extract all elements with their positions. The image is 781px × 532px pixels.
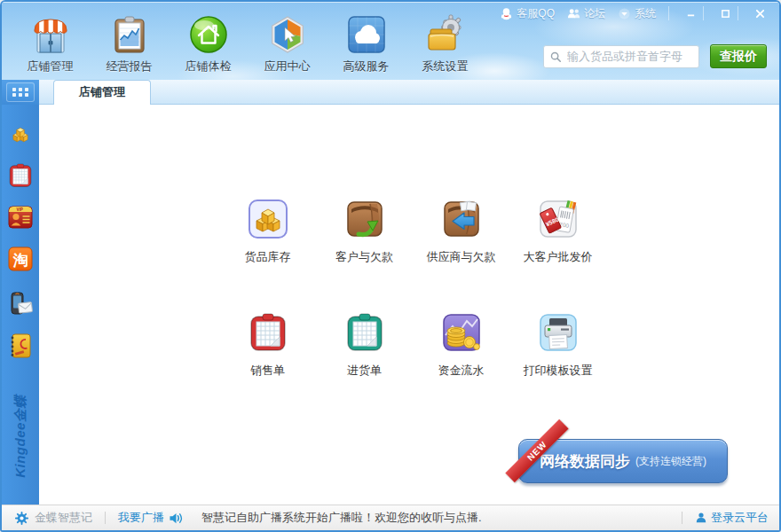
shortcut-print-template[interactable]: 打印模板设置 <box>509 311 606 379</box>
toolbar-label: 系统设置 <box>422 59 469 74</box>
maximize-icon <box>721 9 730 19</box>
inventory-cubes-icon[interactable] <box>7 121 34 147</box>
shortcut-stock[interactable]: 货品库存 <box>219 198 316 265</box>
titlebar-divider <box>668 6 669 20</box>
maximize-button[interactable] <box>713 5 738 21</box>
body: Kingdee金蝶 货品库存 客户与欠款 供应商与欠款 大客户批发价 <box>2 105 779 505</box>
shortcut-label: 打印模板设置 <box>524 363 593 379</box>
shortcut-label: 客户与欠款 <box>335 249 393 265</box>
system-settings-icon <box>424 13 467 56</box>
sales-doc-icon[interactable] <box>7 162 34 189</box>
statusbar-brand: 金蝶智慧记 <box>35 510 92 526</box>
qq-support-button[interactable]: 客服QQ <box>500 6 555 21</box>
vip-card-icon[interactable] <box>7 204 34 231</box>
shortcut-purchase-order[interactable]: 进货单 <box>316 311 413 379</box>
tab-bar: 店铺管理 <box>2 80 779 105</box>
statusbar-right: 登录云平台 <box>669 510 779 526</box>
titlebar-divider <box>738 6 738 20</box>
search-box <box>543 45 699 68</box>
shortcut-label: 进货单 <box>347 363 382 379</box>
notebook-icon[interactable] <box>7 332 34 359</box>
shortcut-grid: 货品库存 客户与欠款 供应商与欠款 大客户批发价 销售单 <box>219 198 606 379</box>
stock-icon <box>247 198 289 240</box>
purchase-order-icon <box>343 311 386 354</box>
shop-icon <box>29 13 72 56</box>
health-check-icon <box>187 13 230 56</box>
toolbar-item-app-center[interactable]: 应用中心 <box>248 13 327 74</box>
cloud-service-icon <box>345 13 388 56</box>
main-panel: 货品库存 客户与欠款 供应商与欠款 大客户批发价 销售单 <box>39 105 779 505</box>
app-window: 客服QQ 论坛 系统 店铺管理 经营报告 <box>0 0 781 532</box>
sidebar: Kingdee金蝶 <box>2 105 39 505</box>
statusbar-divider <box>105 512 106 524</box>
app-center-icon <box>266 13 309 56</box>
shortcut-label: 销售单 <box>250 363 285 379</box>
login-cloud-button[interactable]: 登录云平台 <box>695 510 769 526</box>
toolbar-item-business-report[interactable]: 经营报告 <box>90 13 169 74</box>
broadcast-label: 我要广播 <box>118 510 164 526</box>
search-input[interactable] <box>565 49 693 64</box>
forum-label: 论坛 <box>584 6 605 21</box>
kingdee-gear-icon <box>14 511 29 526</box>
header: 客服QQ 论坛 系统 店铺管理 经营报告 <box>2 2 779 80</box>
qq-penguin-icon <box>500 7 513 20</box>
qq-support-label: 客服QQ <box>517 6 555 21</box>
speaker-icon <box>169 512 184 525</box>
broadcast-message: 智慧记自助广播系统开始广播啦！欢迎您的收听与点播. <box>201 510 482 526</box>
search-icon <box>549 51 562 63</box>
minimize-button[interactable] <box>678 5 703 21</box>
statusbar-divider <box>682 512 682 524</box>
login-cloud-label: 登录云平台 <box>711 510 769 526</box>
system-menu-label: 系统 <box>635 6 656 21</box>
shortcut-label: 供应商与欠款 <box>427 249 496 265</box>
toolbar-label: 应用中心 <box>264 59 311 74</box>
main-toolbar: 店铺管理 经营报告 店铺体检 应用中心 高级服务 系统设置 <box>11 13 485 74</box>
sync-title: 网络数据同步 <box>540 451 630 472</box>
toolbar-item-system-settings[interactable]: 系统设置 <box>406 13 485 74</box>
titlebar: 客服QQ 论坛 系统 <box>500 5 772 21</box>
forum-button[interactable]: 论坛 <box>567 6 605 21</box>
wholesale-price-icon <box>537 198 580 240</box>
tab-shop-manage[interactable]: 店铺管理 <box>53 80 151 105</box>
sync-subtitle: (支持连锁经营) <box>635 454 706 469</box>
titlebar-divider <box>703 6 704 20</box>
toolbar-label: 店铺管理 <box>28 59 74 74</box>
network-sync-button[interactable]: NEW 网络数据同步 (支持连锁经营) <box>518 439 728 483</box>
toolbar-label: 高级服务 <box>343 59 390 74</box>
close-button[interactable] <box>747 5 772 21</box>
mobile-message-icon[interactable] <box>7 291 34 317</box>
shortcut-label: 货品库存 <box>245 249 291 265</box>
chevron-down-icon <box>618 7 631 20</box>
report-icon <box>108 13 151 56</box>
broadcast-button[interactable]: 我要广播 <box>118 510 184 526</box>
cash-flow-icon <box>440 311 483 354</box>
check-price-button[interactable]: 查报价 <box>710 44 767 68</box>
shortcut-sales-order[interactable]: 销售单 <box>219 311 316 379</box>
tab-strip: 店铺管理 <box>39 80 779 105</box>
shortcut-customer-debt[interactable]: 客户与欠款 <box>316 198 413 265</box>
system-menu-button[interactable]: 系统 <box>618 6 656 21</box>
close-icon <box>755 9 765 19</box>
toolbar-item-shop-checkup[interactable]: 店铺体检 <box>169 13 248 74</box>
minimize-icon <box>686 9 696 19</box>
print-template-icon <box>537 311 580 354</box>
search-area: 查报价 <box>543 44 767 68</box>
customer-debt-icon <box>343 198 386 240</box>
toolbar-label: 店铺体检 <box>185 59 232 74</box>
supplier-debt-icon <box>440 198 483 240</box>
shortcut-supplier-debt[interactable]: 供应商与欠款 <box>413 198 509 265</box>
sidebar-menu-button[interactable] <box>2 80 39 105</box>
shortcut-wholesale-price[interactable]: 大客户批发价 <box>509 198 606 265</box>
shortcut-cash-flow[interactable]: 资金流水 <box>413 311 509 379</box>
shortcut-label: 资金流水 <box>438 363 485 379</box>
shortcut-label: 大客户批发价 <box>524 249 593 265</box>
user-icon <box>695 512 707 524</box>
toolbar-item-premium-service[interactable]: 高级服务 <box>327 13 406 74</box>
people-icon <box>567 7 580 20</box>
kingdee-brand: Kingdee金蝶 <box>12 395 29 478</box>
apps-grid-icon <box>6 82 35 102</box>
sales-order-icon <box>247 311 289 354</box>
taobao-icon[interactable] <box>7 246 34 272</box>
status-bar: 金蝶智慧记 我要广播 智慧记自助广播系统开始广播啦！欢迎您的收听与点播. 登录云… <box>2 505 779 530</box>
toolbar-item-shop-manage[interactable]: 店铺管理 <box>11 13 90 74</box>
